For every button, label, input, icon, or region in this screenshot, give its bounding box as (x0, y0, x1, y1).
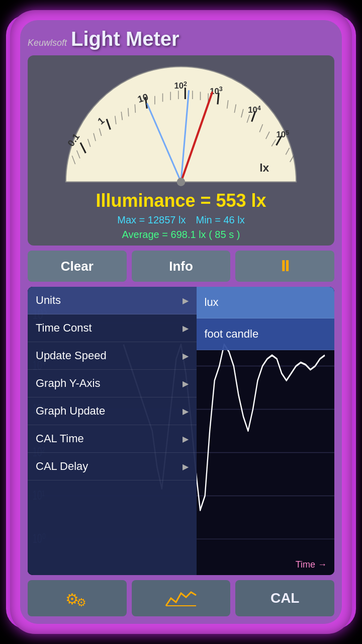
menu-arrow-caltime: ▶ (183, 434, 189, 444)
graph-panel: 10⁵ 10⁴ 10³ 10² 10¹ 10⁰ Units ▶ Time Con… (28, 287, 334, 575)
svg-text:⚙: ⚙ (76, 596, 86, 608)
info-button[interactable]: Info (132, 251, 231, 282)
max-reading: Max = 12857 lx (117, 214, 186, 226)
cal-button[interactable]: CAL (235, 580, 334, 616)
menu-item-units[interactable]: Units ▶ (28, 287, 197, 314)
app-title: Light Meter (71, 28, 179, 50)
min-reading: Min = 46 lx (196, 214, 244, 226)
menu-item-graphupdate[interactable]: Graph Update ▶ (28, 397, 197, 425)
gauge-container: 0.1 1 10 102 103 104 (34, 61, 328, 187)
submenu: lux foot candle (197, 287, 335, 350)
brand-name: Keuwlsoft (28, 38, 67, 48)
illuminance-reading: Illuminance = 553 lx (96, 190, 266, 211)
svg-line-22 (135, 104, 135, 113)
svg-point-43 (177, 178, 186, 186)
settings-icon: ⚙ ⚙ (64, 588, 89, 608)
submenu-item-lux[interactable]: lux (197, 287, 335, 318)
gauge-svg: 0.1 1 10 102 103 104 (34, 61, 328, 187)
menu-item-caldelay[interactable]: CAL Delay ▶ (28, 453, 197, 480)
avg-reading: Average = 698.1 lx ( 85 s ) (122, 229, 240, 240)
header: Keuwlsoft Light Meter (28, 28, 334, 50)
menu-arrow-graphupdate: ▶ (183, 407, 189, 416)
menu-item-graphyaxis[interactable]: Graph Y-Axis ▶ (28, 370, 197, 397)
device-inner: Keuwlsoft Light Meter (20, 20, 342, 624)
menu-overlay: Units ▶ Time Const ▶ Update Speed ▶ Grap… (28, 287, 197, 575)
stats-row: Max = 12857 lx Min = 46 lx (117, 214, 244, 226)
menu-arrow-units: ▶ (183, 296, 189, 305)
menu-arrow-updatespeed: ▶ (183, 351, 189, 361)
svg-text:lx: lx (259, 161, 269, 174)
menu-item-caltime[interactable]: CAL Time ▶ (28, 425, 197, 453)
menu-arrow-graphyaxis: ▶ (183, 379, 189, 388)
menu-arrow-caldelay: ▶ (183, 462, 189, 471)
toolbar: ⚙ ⚙ CAL (28, 580, 334, 616)
menu-item-updatespeed[interactable]: Update Speed ▶ (28, 342, 197, 370)
menu-item-timeconst[interactable]: Time Const ▶ (28, 314, 197, 342)
graph-button[interactable] (132, 580, 231, 616)
clear-button[interactable]: Clear (28, 251, 127, 282)
pause-button[interactable]: ⏸ (235, 251, 334, 282)
meter-panel: 0.1 1 10 102 103 104 (28, 55, 334, 246)
graph-time-label: Time → (296, 559, 327, 570)
button-row: Clear Info ⏸ (28, 251, 334, 282)
menu-arrow-timeconst: ▶ (183, 324, 189, 333)
graph-icon (163, 588, 199, 608)
submenu-item-footcandle[interactable]: foot candle (197, 318, 335, 350)
device-outer: Keuwlsoft Light Meter (10, 10, 352, 634)
settings-button[interactable]: ⚙ ⚙ (28, 580, 127, 616)
svg-line-21 (128, 108, 129, 117)
